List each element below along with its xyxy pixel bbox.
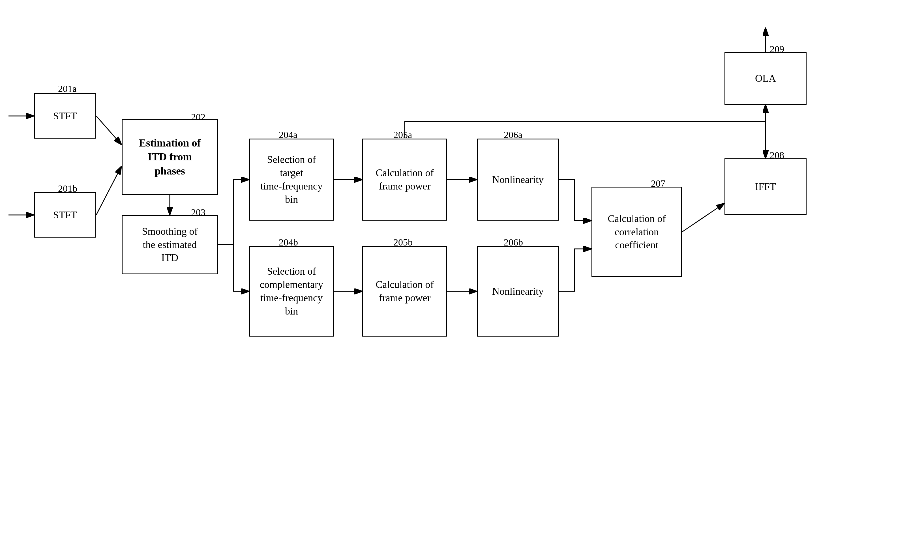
ola-label: OLA — [755, 72, 776, 85]
label-208: 208 — [770, 150, 784, 161]
stft-a-label: STFT — [53, 109, 77, 123]
smoothing-block: Smoothing ofthe estimatedITD — [122, 215, 218, 274]
estimation-label: Estimation ofITD fromphases — [139, 136, 201, 178]
nonlin-b-label: Nonlinearity — [492, 285, 544, 298]
label-207: 207 — [651, 178, 665, 189]
sel-target-block: Selection oftargettime-frequencybin — [249, 139, 334, 221]
svg-line-3 — [96, 116, 121, 144]
sel-target-label: Selection oftargettime-frequencybin — [260, 153, 322, 206]
stft-a-block: STFT — [34, 93, 96, 139]
svg-line-10 — [682, 204, 724, 232]
ifft-block: IFFT — [724, 159, 807, 215]
label-204b: 204b — [279, 237, 298, 248]
svg-line-4 — [96, 167, 121, 215]
label-202: 202 — [191, 112, 206, 123]
nonlin-b-block: Nonlinearity — [477, 246, 559, 337]
estimation-block: Estimation ofITD fromphases — [122, 119, 218, 195]
nonlin-a-block: Nonlinearity — [477, 139, 559, 221]
stft-b-block: STFT — [34, 192, 96, 238]
corr-label: Calculation ofcorrelationcoefficient — [608, 212, 666, 252]
calc-power-b-label: Calculation offrame power — [376, 278, 434, 305]
label-201a: 201a — [58, 84, 77, 94]
label-209: 209 — [770, 44, 784, 55]
label-206a: 206a — [504, 130, 522, 140]
nonlin-a-label: Nonlinearity — [492, 173, 544, 186]
smoothing-label: Smoothing ofthe estimatedITD — [142, 225, 198, 265]
label-203: 203 — [191, 207, 206, 218]
sel-comp-label: Selection ofcomplementarytime-frequencyb… — [260, 265, 323, 317]
sel-comp-block: Selection ofcomplementarytime-frequencyb… — [249, 246, 334, 337]
label-206b: 206b — [504, 237, 523, 248]
label-205b: 205b — [393, 237, 412, 248]
calc-power-a-block: Calculation offrame power — [362, 139, 447, 221]
calc-power-b-block: Calculation offrame power — [362, 246, 447, 337]
ola-block: OLA — [724, 52, 807, 105]
corr-block: Calculation ofcorrelationcoefficient — [591, 187, 682, 277]
calc-power-a-label: Calculation offrame power — [376, 166, 434, 193]
ifft-label: IFFT — [755, 180, 776, 193]
label-201b: 201b — [58, 183, 77, 194]
label-205a: 205a — [393, 130, 412, 140]
label-204a: 204a — [279, 130, 297, 140]
stft-b-label: STFT — [53, 208, 77, 222]
